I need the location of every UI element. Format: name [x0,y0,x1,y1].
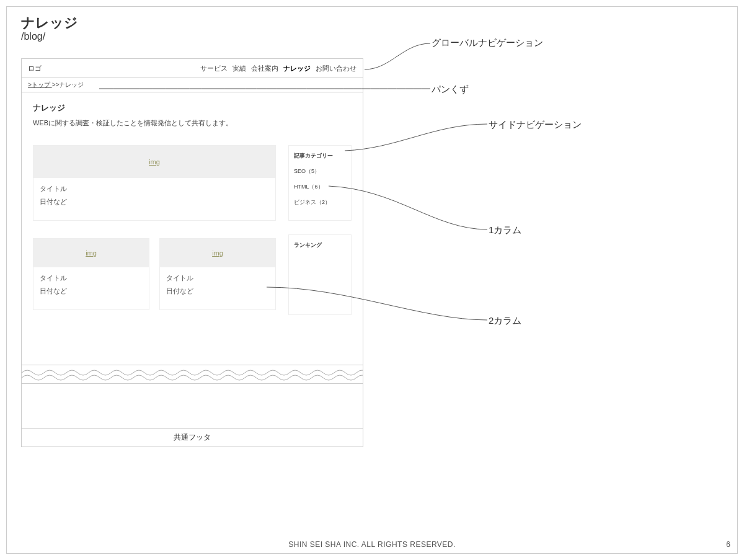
image-placeholder: img [33,146,275,178]
main-column: img タイトル 日付など img タイトル 日付など [33,145,276,315]
article-row-2col: img タイトル 日付など img タイトル 日付など [33,238,276,310]
nav-item-company[interactable]: 会社案内 [251,64,278,73]
card-title: タイトル [40,184,269,193]
global-nav: サービス 実績 会社案内 ナレッジ お問い合わせ [200,64,356,73]
category-item[interactable]: SEO（5） [294,167,346,176]
mock-header: ロゴ サービス 実績 会社案内 ナレッジ お問い合わせ [21,58,363,78]
copyright: SHIN SEI SHA INC. ALL RIGHTS RESERVED. [0,540,744,549]
image-placeholder: img [160,239,275,267]
annotation-global-nav: グローバルナビゲーション [432,37,543,49]
ranking-heading: ランキング [294,241,346,249]
image-placeholder: img [33,239,149,267]
content-title: ナレッジ [33,102,352,113]
page-number: 6 [726,540,730,549]
content-desc: WEBに関する調査・検証したことを情報発信として共有します。 [33,118,352,128]
logo-placeholder: ロゴ [28,64,42,73]
card-title: タイトル [40,273,143,283]
category-box: 記事カテゴリー SEO（5） HTML（6） ビジネス（2） [288,145,352,221]
ranking-box: ランキング [288,234,352,315]
breadcrumb-current: >>ナレッジ [52,81,84,88]
category-item[interactable]: ビジネス（2） [294,198,346,207]
nav-item-works[interactable]: 実績 [232,64,246,73]
page-path: /blog/ [21,31,45,42]
page-title: ナレッジ [21,14,78,32]
category-heading: 記事カテゴリー [294,152,346,160]
article-card-1col[interactable]: img タイトル 日付など [33,145,276,221]
annotation-breadcrumb: パンくず [432,84,469,96]
content-break [21,365,363,384]
annotation-side-nav: サイドナビゲーション [489,119,582,131]
card-date: 日付など [40,197,269,207]
annotation-1col: 1カラム [489,224,521,236]
side-column: 記事カテゴリー SEO（5） HTML（6） ビジネス（2） ランキング [288,145,352,315]
common-footer: 共通フッタ [21,429,363,447]
card-date: 日付など [40,287,143,296]
breadcrumb-top-link[interactable]: >トップ [28,81,52,88]
card-date: 日付など [166,287,269,296]
body-spacer [21,384,363,429]
article-card-2col[interactable]: img タイトル 日付など [33,238,149,310]
breadcrumb: >トップ >>ナレッジ [21,78,363,92]
article-card-2col[interactable]: img タイトル 日付など [159,238,276,310]
nav-item-service[interactable]: サービス [200,64,228,73]
category-item[interactable]: HTML（6） [294,183,346,191]
annotation-2col: 2カラム [489,315,521,327]
card-title: タイトル [166,273,269,283]
wireframe-mock: ロゴ サービス 実績 会社案内 ナレッジ お問い合わせ >トップ >>ナレッジ … [21,58,363,447]
mock-body: ナレッジ WEBに関する調査・検証したことを情報発信として共有します。 img … [21,92,363,365]
nav-item-knowledge[interactable]: ナレッジ [283,64,311,73]
nav-item-contact[interactable]: お問い合わせ [316,64,356,73]
